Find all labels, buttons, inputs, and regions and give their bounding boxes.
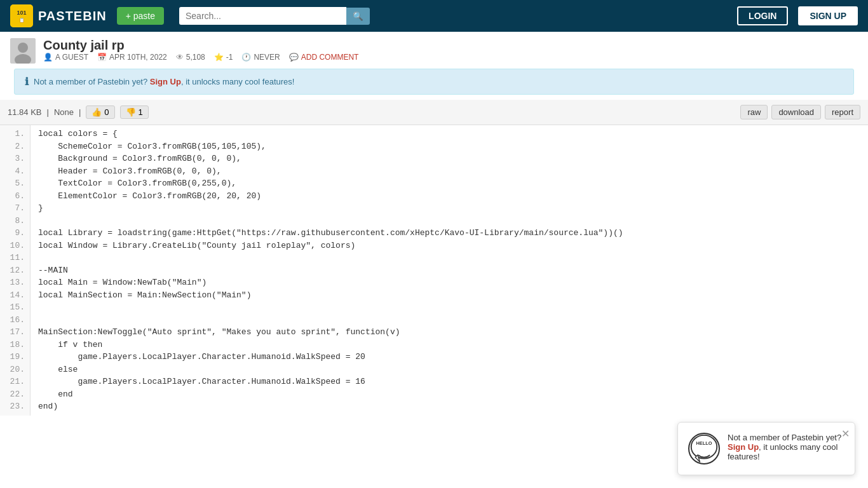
info-banner-text: Not a member of Pastebin yet?	[34, 77, 147, 86]
line-number: 20.	[5, 363, 25, 376]
info-banner-wrapper: ℹ Not a member of Pastebin yet? Sign Up,…	[0, 64, 868, 100]
views-meta: 👁 5,108	[176, 53, 205, 62]
line-number: 14.	[5, 289, 25, 302]
line-number: 10.	[5, 240, 25, 252]
thumbs-down-icon: 👎	[126, 107, 136, 117]
paste-header-info: County jail rp 👤 A GUEST 📅 APR 10TH, 202…	[43, 38, 858, 62]
syntax-label: None	[54, 107, 74, 117]
search-input[interactable]	[179, 7, 346, 25]
code-line: end	[38, 388, 860, 401]
code-line	[38, 215, 860, 227]
author-meta: 👤 A GUEST	[43, 53, 88, 62]
line-number: 15.	[5, 301, 25, 314]
raw-button[interactable]: raw	[740, 105, 768, 119]
toolbar-separator: |	[47, 107, 49, 117]
code-line: ElementColor = Color3.fromRGB(20, 20, 20…	[38, 190, 860, 203]
eye-icon: 👁	[176, 53, 184, 62]
line-number: 5.	[5, 177, 25, 190]
line-number: 11.	[5, 252, 25, 264]
line-number: 13.	[5, 276, 25, 289]
code-line: TextColor = Color3.fromRGB(0,255,0),	[38, 177, 860, 190]
paste-expiry: NEVER	[254, 53, 280, 62]
code-line	[38, 252, 860, 264]
user-icon: 👤	[43, 53, 53, 62]
comment-icon: 💬	[289, 53, 299, 62]
login-button[interactable]: LOGIN	[737, 6, 788, 25]
thumbs-up-icon: 👍	[92, 107, 102, 117]
code-line: Header = Color3.fromRGB(0, 0, 0),	[38, 165, 860, 178]
new-paste-label: + paste	[126, 11, 155, 21]
code-line: local colors = {	[38, 128, 860, 140]
paste-meta: 👤 A GUEST 📅 APR 10TH, 2022 👁 5,108 ⭐ -1 …	[43, 53, 858, 62]
code-line: end)	[38, 400, 860, 413]
line-number: 18.	[5, 339, 25, 351]
code-line: local Window = Library.CreateLib("County…	[38, 240, 860, 252]
paste-rating: -1	[226, 53, 233, 62]
code-line	[38, 314, 860, 327]
code-toolbar: 11.84 KB | None | 👍 0 👎 1 raw download r…	[0, 100, 868, 125]
upvote-button[interactable]: 👍 0	[86, 105, 114, 119]
paste-header-row: County jail rp 👤 A GUEST 📅 APR 10TH, 202…	[0, 32, 868, 64]
code-line: Background = Color3.fromRGB(0, 0, 0),	[38, 152, 860, 165]
new-paste-button[interactable]: + paste	[117, 7, 164, 25]
code-line: game.Players.LocalPlayer.Character.Human…	[38, 376, 860, 388]
upvote-count: 0	[104, 107, 109, 117]
add-comment-link[interactable]: ADD COMMENT	[301, 53, 359, 62]
info-signup-link[interactable]: Sign Up	[150, 77, 181, 86]
download-button[interactable]: download	[771, 105, 821, 119]
line-number: 1.	[5, 128, 25, 140]
line-number: 2.	[5, 140, 25, 153]
line-number: 17.	[5, 326, 25, 339]
code-line: MainSection:NewToggle("Auto sprint", "Ma…	[38, 326, 860, 339]
line-number: 22.	[5, 388, 25, 401]
info-banner-suffix: , it unlocks many cool features!	[181, 77, 294, 86]
code-content: local colors = { SchemeColor = Color3.fr…	[31, 125, 868, 416]
search-area: 🔍	[179, 7, 370, 25]
code-line: local MainSection = Main:NewSection("Mai…	[38, 289, 860, 302]
toolbar-right: raw download report	[740, 105, 860, 119]
line-number: 6.	[5, 190, 25, 203]
line-number: 12.	[5, 264, 25, 277]
line-number: 16.	[5, 314, 25, 327]
svg-point-4	[18, 43, 28, 53]
author-name: A GUEST	[55, 53, 88, 62]
logo-link[interactable]: 101 📋 PASTEBIN	[10, 4, 107, 27]
signup-button[interactable]: SIGN UP	[798, 6, 858, 25]
date-meta: 📅 APR 10TH, 2022	[97, 53, 167, 62]
header: 101 📋 PASTEBIN + paste 🔍 LOGIN SIGN UP	[0, 0, 868, 32]
logo-icon: 101 📋	[10, 4, 33, 27]
logo-text: PASTEBIN	[38, 9, 107, 24]
line-number: 21.	[5, 376, 25, 388]
paste-title: County jail rp	[43, 38, 858, 53]
file-size: 11.84 KB	[8, 107, 42, 117]
report-button[interactable]: report	[825, 105, 860, 119]
line-number: 8.	[5, 215, 25, 227]
info-banner: ℹ Not a member of Pastebin yet? Sign Up,…	[14, 69, 854, 95]
code-line: if v then	[38, 339, 860, 351]
line-number: 9.	[5, 227, 25, 240]
line-number: 7.	[5, 202, 25, 215]
comment-meta: 💬 ADD COMMENT	[289, 53, 359, 62]
code-line	[38, 301, 860, 314]
star-icon: ⭐	[214, 53, 224, 62]
code-line: local Main = Window:NewTab("Main")	[38, 276, 860, 289]
toolbar-separator2: |	[79, 107, 81, 117]
avatar	[10, 38, 36, 64]
expiry-meta: 🕐 NEVER	[241, 53, 280, 62]
code-line: --MAIN	[38, 264, 860, 277]
paste-views: 5,108	[186, 53, 205, 62]
info-text: Not a member of Pastebin yet? Sign Up, i…	[34, 77, 294, 86]
downvote-button[interactable]: 👎 1	[120, 105, 149, 119]
svg-text:101: 101	[17, 10, 26, 16]
calendar-icon: 📅	[97, 53, 107, 62]
line-number: 4.	[5, 165, 25, 178]
clock-icon: 🕐	[241, 53, 251, 62]
code-line: else	[38, 363, 860, 376]
downvote-count: 1	[139, 107, 143, 117]
search-icon: 🔍	[353, 11, 363, 21]
code-line: }	[38, 202, 860, 215]
search-button[interactable]: 🔍	[346, 8, 370, 25]
code-line: game.Players.LocalPlayer.Character.Human…	[38, 351, 860, 363]
line-number: 3.	[5, 152, 25, 165]
code-line: local Library = loadstring(game:HttpGet(…	[38, 227, 860, 240]
